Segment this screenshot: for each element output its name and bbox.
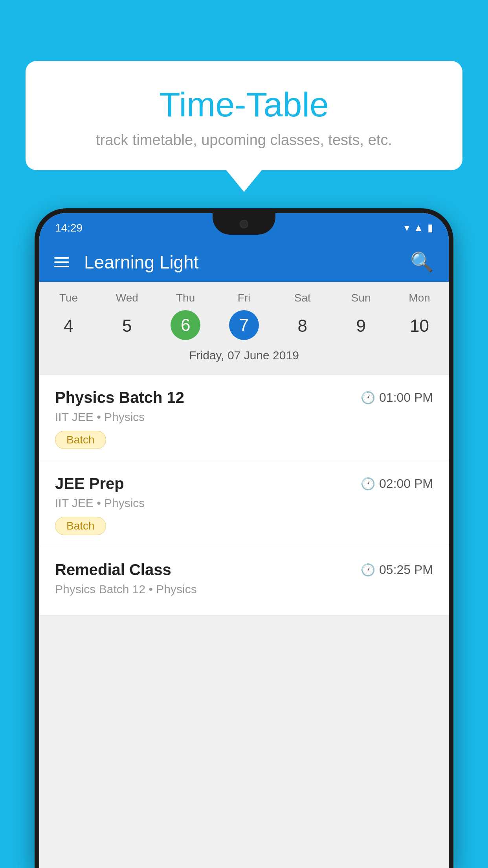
date-6-today[interactable]: 6	[171, 310, 200, 340]
date-4[interactable]: 4	[39, 310, 98, 342]
day-fri[interactable]: Fri	[215, 292, 273, 304]
camera	[240, 220, 248, 228]
date-9[interactable]: 9	[332, 310, 390, 342]
calendar-strip: Tue Wed Thu Fri Sat Sun Mon 4 5 6 7 8 9 …	[39, 282, 449, 375]
schedule-item-2-badge: Batch	[55, 517, 106, 535]
date-10[interactable]: 10	[390, 310, 449, 342]
day-wed[interactable]: Wed	[98, 292, 156, 304]
day-sun[interactable]: Sun	[332, 292, 390, 304]
schedule-item-2-sub: IIT JEE • Physics	[55, 497, 433, 510]
day-tue[interactable]: Tue	[39, 292, 98, 304]
bubble-subtitle: track timetable, upcoming classes, tests…	[45, 132, 443, 149]
speech-bubble: Time-Table track timetable, upcoming cla…	[26, 61, 462, 170]
date-8[interactable]: 8	[273, 310, 332, 342]
hamburger-line-2	[54, 261, 69, 263]
schedule-item-1-time: 🕐 01:00 PM	[361, 390, 433, 405]
schedule-item-2-header: JEE Prep 🕐 02:00 PM	[55, 475, 433, 493]
phone-screen: 14:29 ▾ ▲ ▮ Learning Light 🔍 Tue	[39, 213, 449, 868]
day-headers: Tue Wed Thu Fri Sat Sun Mon	[39, 292, 449, 304]
bubble-title: Time-Table	[45, 85, 443, 125]
selected-date-label: Friday, 07 June 2019	[39, 342, 449, 368]
day-numbers: 4 5 6 7 8 9 10	[39, 310, 449, 342]
wifi-icon: ▾	[404, 222, 409, 234]
hamburger-line-1	[54, 257, 69, 259]
schedule-item-2-title: JEE Prep	[55, 475, 124, 493]
schedule-item-2-time: 🕐 02:00 PM	[361, 476, 433, 491]
schedule-item-1[interactable]: Physics Batch 12 🕐 01:00 PM IIT JEE • Ph…	[39, 375, 449, 461]
status-time: 14:29	[55, 222, 83, 234]
phone-mockup: 14:29 ▾ ▲ ▮ Learning Light 🔍 Tue	[35, 208, 453, 868]
day-thu[interactable]: Thu	[156, 292, 215, 304]
clock-icon-1: 🕐	[361, 391, 375, 405]
search-button[interactable]: 🔍	[410, 251, 434, 273]
app-title: Learning Light	[84, 252, 410, 273]
schedule-item-2[interactable]: JEE Prep 🕐 02:00 PM IIT JEE • Physics Ba…	[39, 461, 449, 547]
schedule-item-2-time-value: 02:00 PM	[379, 476, 433, 491]
schedule-item-3-time-value: 05:25 PM	[379, 563, 433, 577]
clock-icon-2: 🕐	[361, 477, 375, 491]
schedule-list: Physics Batch 12 🕐 01:00 PM IIT JEE • Ph…	[39, 375, 449, 615]
schedule-item-1-badge: Batch	[55, 431, 106, 449]
hamburger-menu[interactable]	[54, 257, 69, 267]
clock-icon-3: 🕐	[361, 563, 375, 577]
hamburger-line-3	[54, 266, 69, 267]
schedule-item-3-title: Remedial Class	[55, 561, 171, 579]
notch	[213, 213, 275, 235]
date-5[interactable]: 5	[98, 310, 156, 342]
schedule-item-1-title: Physics Batch 12	[55, 389, 184, 406]
schedule-item-1-sub: IIT JEE • Physics	[55, 410, 433, 424]
date-7-selected[interactable]: 7	[229, 310, 259, 340]
schedule-item-1-time-value: 01:00 PM	[379, 390, 433, 405]
app-header: Learning Light 🔍	[39, 243, 449, 282]
signal-icon: ▲	[413, 222, 424, 234]
day-sat[interactable]: Sat	[273, 292, 332, 304]
battery-icon: ▮	[427, 222, 433, 234]
schedule-item-3-sub: Physics Batch 12 • Physics	[55, 583, 433, 596]
schedule-item-3-header: Remedial Class 🕐 05:25 PM	[55, 561, 433, 579]
schedule-item-3-time: 🕐 05:25 PM	[361, 563, 433, 577]
status-bar: 14:29 ▾ ▲ ▮	[39, 213, 449, 243]
schedule-item-1-header: Physics Batch 12 🕐 01:00 PM	[55, 389, 433, 406]
status-icons: ▾ ▲ ▮	[404, 222, 433, 234]
schedule-item-3[interactable]: Remedial Class 🕐 05:25 PM Physics Batch …	[39, 547, 449, 615]
day-mon[interactable]: Mon	[390, 292, 449, 304]
